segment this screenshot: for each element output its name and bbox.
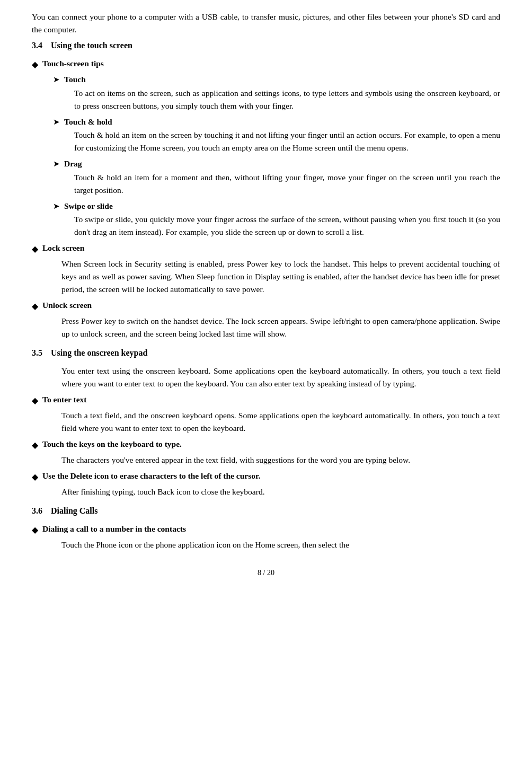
section-35-number: 3.5	[32, 348, 42, 357]
diamond-icon-delete: ◆	[32, 471, 38, 483]
diamond-icon-lock: ◆	[32, 243, 38, 255]
section-34: 3.4Using the touch screen ◆ Touch-screen…	[32, 39, 500, 340]
section-36-heading: 3.6Dialing Calls	[32, 505, 500, 517]
section-36: 3.6Dialing Calls ◆ Dialing a call to a n…	[32, 505, 500, 551]
diamond-icon-dialing: ◆	[32, 524, 38, 536]
section-35: 3.5Using the onscreen keypad You enter t…	[32, 347, 500, 498]
section-35-heading: 3.5Using the onscreen keypad	[32, 347, 500, 359]
intro-paragraph: You can connect your phone to a computer…	[32, 11, 500, 36]
drag-text: Touch & hold an item for a moment and th…	[74, 171, 500, 197]
touch-hold-text: Touch & hold an item on the screen by to…	[74, 129, 500, 154]
touch-arrow-item: ➤ Touch	[53, 73, 500, 86]
arrow-icon-swipe: ➤	[53, 200, 60, 213]
to-enter-text-label: To enter text	[42, 393, 87, 405]
lock-screen-label: Lock screen	[42, 242, 84, 254]
to-enter-text-bullet: ◆ To enter text	[32, 393, 500, 407]
drag-arrow-item: ➤ Drag	[53, 157, 500, 170]
arrow-icon-touchhold: ➤	[53, 116, 60, 128]
section-34-heading: 3.4Using the touch screen	[32, 39, 500, 52]
swipe-text: To swipe or slide, you quickly move your…	[74, 213, 500, 239]
section-36-title: Dialing Calls	[51, 506, 97, 515]
to-enter-text-body: Touch a text field, and the onscreen key…	[61, 409, 500, 435]
page-footer: 8 / 20	[32, 567, 500, 578]
delete-icon-label: Use the Delete icon to erase characters …	[42, 470, 260, 482]
unlock-screen-text: Press Power key to switch on the handset…	[61, 315, 500, 340]
touch-text: To act on items on the screen, such as a…	[74, 87, 500, 112]
dialing-contacts-bullet: ◆ Dialing a call to a number in the cont…	[32, 523, 500, 536]
delete-icon-text: After finishing typing, touch Back icon …	[61, 486, 500, 498]
touch-hold-arrow-item: ➤ Touch & hold	[53, 116, 500, 128]
dialing-contacts-label: Dialing a call to a number in the contac…	[42, 523, 186, 535]
section-36-number: 3.6	[32, 506, 42, 515]
diamond-icon-keys: ◆	[32, 439, 38, 452]
touch-label: Touch	[64, 73, 86, 85]
swipe-label: Swipe or slide	[64, 200, 113, 212]
unlock-screen-label: Unlock screen	[42, 299, 92, 311]
arrow-icon-touch: ➤	[53, 74, 60, 86]
touch-keys-label: Touch the keys on the keyboard to type.	[42, 438, 182, 450]
lock-screen-text: When Screen lock in Security setting is …	[61, 258, 500, 296]
touch-keys-text: The characters you've entered appear in …	[61, 454, 500, 466]
drag-label: Drag	[64, 157, 82, 170]
unlock-screen-bullet: ◆ Unlock screen	[32, 299, 500, 313]
touch-screen-tips-bullet: ◆ Touch-screen tips	[32, 57, 500, 71]
arrow-icon-drag: ➤	[53, 158, 60, 170]
delete-icon-bullet: ◆ Use the Delete icon to erase character…	[32, 470, 500, 483]
touch-hold-label: Touch & hold	[64, 116, 112, 128]
swipe-arrow-item: ➤ Swipe or slide	[53, 200, 500, 213]
lock-screen-bullet: ◆ Lock screen	[32, 242, 500, 255]
diamond-icon-enter: ◆	[32, 394, 38, 407]
section-34-number: 3.4	[32, 41, 42, 50]
dialing-contacts-text: Touch the Phone icon or the phone applic…	[61, 539, 500, 551]
diamond-icon-1: ◆	[32, 58, 38, 71]
touch-keys-bullet: ◆ Touch the keys on the keyboard to type…	[32, 438, 500, 452]
touch-screen-tips-label: Touch-screen tips	[42, 57, 104, 69]
section-34-title: Using the touch screen	[51, 41, 132, 50]
diamond-icon-unlock: ◆	[32, 300, 38, 313]
keypad-intro-text: You enter text using the onscreen keyboa…	[61, 365, 500, 390]
section-35-title: Using the onscreen keypad	[51, 348, 147, 357]
